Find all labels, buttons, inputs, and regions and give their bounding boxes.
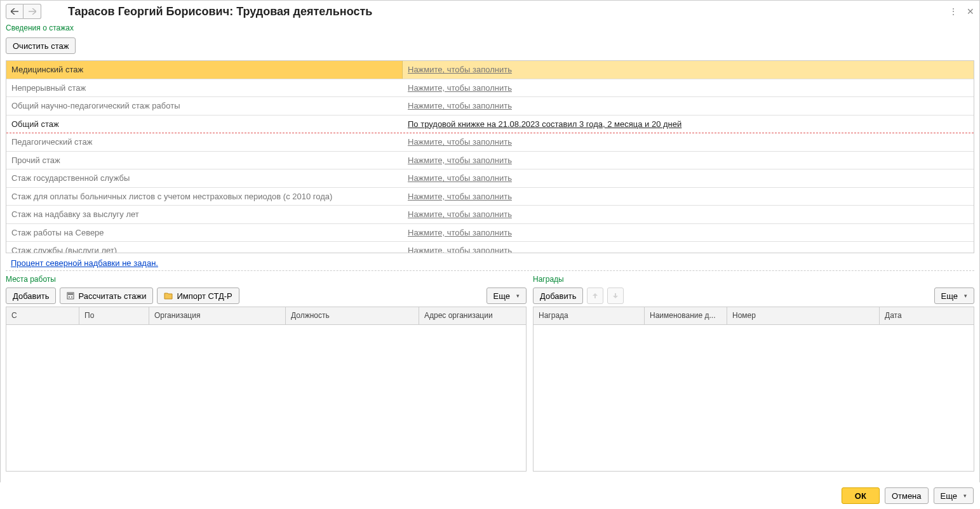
stazh-row-fill-link[interactable]: Нажмите, чтобы заполнить: [408, 137, 512, 147]
stazh-row[interactable]: Непрерывный стажНажмите, чтобы заполнить: [6, 79, 974, 98]
col-date[interactable]: Дата: [880, 307, 974, 324]
stazh-row-fill-link[interactable]: Нажмите, чтобы заполнить: [408, 155, 512, 165]
workplaces-import-button[interactable]: Импорт СТД-Р: [157, 288, 239, 304]
awards-grid[interactable]: Награда Наименование д... Номер Дата: [533, 307, 974, 472]
workplaces-import-label: Импорт СТД-Р: [177, 291, 232, 301]
workplaces-panel: Места работы Добавить Рассчитать стажи И…: [6, 274, 527, 472]
stazh-row[interactable]: Педагогический стажНажмите, чтобы заполн…: [6, 133, 974, 152]
kebab-menu-icon[interactable]: ⋮: [949, 6, 958, 17]
close-icon[interactable]: ✕: [967, 6, 974, 17]
stazh-row-name: Стаж на надбавку за выслугу лет: [6, 206, 403, 223]
workplaces-calc-label: Рассчитать стажи: [78, 291, 146, 301]
col-to[interactable]: По: [79, 307, 149, 324]
ok-button[interactable]: ОК: [842, 487, 880, 504]
arrow-down-icon: [612, 293, 619, 299]
stazh-row-name: Стаж работы на Севере: [6, 224, 403, 242]
awards-section-title: Награды: [533, 274, 974, 285]
stazh-row-fill-link[interactable]: Нажмите, чтобы заполнить: [408, 173, 512, 183]
workplaces-grid[interactable]: С По Организация Должность Адрес организ…: [6, 307, 527, 472]
col-from[interactable]: С: [6, 307, 79, 324]
stazh-row[interactable]: Общий стажПо трудовой книжке на 21.08.20…: [6, 116, 974, 134]
stazh-row-value-link[interactable]: По трудовой книжке на 21.08.2023 состави…: [408, 119, 681, 129]
workplaces-grid-body[interactable]: [6, 325, 526, 471]
workplaces-calc-button[interactable]: Рассчитать стажи: [60, 288, 153, 304]
stazh-row-fill-link[interactable]: Нажмите, чтобы заполнить: [408, 65, 512, 74]
stazh-row-value: Нажмите, чтобы заполнить: [403, 228, 974, 237]
stazh-row-value: Нажмите, чтобы заполнить: [403, 83, 974, 93]
arrow-right-icon: [29, 8, 36, 15]
stazh-row-name: Педагогический стаж: [6, 133, 403, 151]
stazh-row-name: Прочий стаж: [6, 152, 403, 169]
stazh-table: Медицинский стажНажмите, чтобы заполнить…: [6, 60, 974, 253]
stazh-row-value: Нажмите, чтобы заполнить: [403, 209, 974, 219]
awards-add-button[interactable]: Добавить: [533, 288, 583, 304]
stazh-row-value: Нажмите, чтобы заполнить: [403, 246, 974, 253]
stazh-row-value: Нажмите, чтобы заполнить: [403, 173, 974, 183]
stazh-row[interactable]: Общий научно-педагогический стаж работыН…: [6, 97, 974, 116]
footer: ОК Отмена Еще: [0, 482, 980, 509]
arrow-left-icon: [11, 8, 18, 15]
arrow-up-icon: [592, 293, 598, 299]
svg-point-2: [69, 296, 70, 298]
stazh-row-value: Нажмите, чтобы заполнить: [403, 137, 974, 147]
clear-stazh-button[interactable]: Очистить стаж: [6, 37, 76, 54]
stazh-row[interactable]: Стаж для оплаты больничных листов с учет…: [6, 188, 974, 206]
window-title: Тарасов Георгий Борисович: Трудовая деят…: [68, 5, 372, 18]
footer-more-button[interactable]: Еще: [934, 487, 974, 504]
stazh-row-value: Нажмите, чтобы заполнить: [403, 65, 974, 74]
stazh-row-value: Нажмите, чтобы заполнить: [403, 192, 974, 201]
cancel-button[interactable]: Отмена: [885, 487, 929, 504]
awards-panel: Награды Добавить Еще Награда Наименовани…: [533, 274, 974, 472]
stazh-row-value: По трудовой книжке на 21.08.2023 состави…: [403, 119, 974, 129]
stazh-row[interactable]: Стаж государственной службыНажмите, чтоб…: [6, 169, 974, 188]
col-doc-name[interactable]: Наименование д...: [645, 307, 727, 324]
stazh-row[interactable]: Стаж работы на СевереНажмите, чтобы запо…: [6, 224, 974, 242]
svg-point-3: [71, 296, 72, 298]
stazh-row-fill-link[interactable]: Нажмите, чтобы заполнить: [408, 228, 512, 237]
svg-rect-1: [68, 293, 73, 295]
stazh-row[interactable]: Стаж службы (выслуги лет)Нажмите, чтобы …: [6, 242, 974, 253]
stazh-row[interactable]: Прочий стажНажмите, чтобы заполнить: [6, 152, 974, 170]
stazh-row-value: Нажмите, чтобы заполнить: [403, 101, 974, 110]
stazh-row[interactable]: Стаж на надбавку за выслугу летНажмите, …: [6, 206, 974, 224]
stazh-row-name: Стаж службы (выслуги лет): [6, 242, 403, 253]
col-award[interactable]: Награда: [534, 307, 645, 324]
workplaces-section-title: Места работы: [6, 274, 527, 285]
window-header: Тарасов Георгий Борисович: Трудовая деят…: [1, 1, 979, 22]
north-allowance-warning-link[interactable]: Процент северной надбавки не задан.: [6, 253, 974, 271]
nav-forward-button[interactable]: [23, 4, 41, 19]
stazh-row-name: Стаж государственной службы: [6, 169, 403, 187]
move-up-button[interactable]: [587, 288, 603, 304]
stazh-row-name: Стаж для оплаты больничных листов с учет…: [6, 188, 403, 206]
stazh-row-name: Непрерывный стаж: [6, 79, 403, 97]
col-address[interactable]: Адрес организации: [419, 307, 526, 324]
stazh-row-name: Медицинский стаж: [6, 61, 403, 79]
col-number[interactable]: Номер: [727, 307, 880, 324]
stazh-row-fill-link[interactable]: Нажмите, чтобы заполнить: [408, 101, 512, 110]
stazh-row-value: Нажмите, чтобы заполнить: [403, 155, 974, 165]
stazh-row-fill-link[interactable]: Нажмите, чтобы заполнить: [408, 192, 512, 201]
stazh-row-name: Общий научно-педагогический стаж работы: [6, 97, 403, 115]
folder-icon: [164, 292, 173, 300]
stazh-row-fill-link[interactable]: Нажмите, чтобы заполнить: [408, 83, 512, 93]
awards-more-button[interactable]: Еще: [934, 288, 974, 304]
stazh-row-fill-link[interactable]: Нажмите, чтобы заполнить: [408, 246, 512, 253]
col-position[interactable]: Должность: [286, 307, 419, 324]
workplaces-add-button[interactable]: Добавить: [6, 288, 56, 304]
nav-back-button[interactable]: [6, 4, 23, 19]
stazh-row[interactable]: Медицинский стажНажмите, чтобы заполнить: [6, 61, 974, 79]
stazh-row-name: Общий стаж: [6, 116, 403, 133]
move-down-button[interactable]: [607, 288, 624, 304]
stazh-section-title: Сведения о стажах: [1, 22, 979, 34]
awards-grid-body[interactable]: [534, 325, 974, 471]
stazh-row-fill-link[interactable]: Нажмите, чтобы заполнить: [408, 209, 512, 219]
calculator-icon: [67, 292, 74, 300]
col-org[interactable]: Организация: [149, 307, 286, 324]
workplaces-more-button[interactable]: Еще: [487, 288, 527, 304]
